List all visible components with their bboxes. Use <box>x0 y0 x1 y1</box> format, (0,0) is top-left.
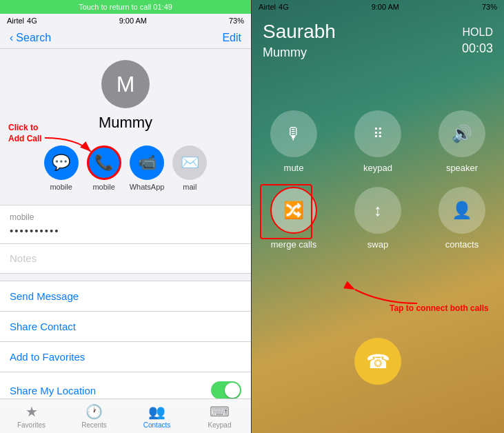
speaker-button[interactable]: 🔊 speaker <box>431 110 493 173</box>
call-buttons-grid: 🎙 mute ⠿ keypad 🔊 speaker 🔀 merge calls … <box>252 110 504 263</box>
notes-section[interactable]: Notes <box>0 244 251 274</box>
contacts-icon-right: 👤 <box>439 187 485 234</box>
merge-calls-label: merge calls <box>271 239 316 250</box>
swap-button[interactable]: ↕ swap <box>347 187 409 250</box>
mobile-number: •••••••••• <box>10 225 241 236</box>
contacts-label: Contacts <box>143 421 170 429</box>
send-message-item[interactable]: Send Message <box>0 281 251 312</box>
status-bar-left: Airtel 4G 9:00 AM 73% <box>0 14 251 28</box>
add-favorites-item[interactable]: Add to Favorites <box>0 342 251 372</box>
contacts-icon: 👥 <box>148 403 165 420</box>
call-btn-row-2: 🔀 merge calls ↕ swap 👤 contacts <box>263 187 493 250</box>
tab-recents[interactable]: 🕐 Recents <box>63 399 125 433</box>
add-favorites-label: Add to Favorites <box>10 351 85 363</box>
share-contact-label: Share Contact <box>10 321 76 332</box>
whatsapp-button[interactable]: 📹 WhatsApp <box>130 145 165 191</box>
favorites-icon: ★ <box>26 403 38 420</box>
tab-contacts[interactable]: 👥 Contacts <box>125 399 188 433</box>
hold-badge: HOLD 00:03 <box>462 26 493 56</box>
mute-button[interactable]: 🎙 mute <box>263 110 325 173</box>
tab-favorites[interactable]: ★ Favorites <box>0 399 63 433</box>
tap-annotation: Tap to connect both calls <box>390 303 489 313</box>
return-to-call-text: Touch to return to call 01:49 <box>79 3 172 11</box>
call-mobile-button[interactable]: 📞 mobile <box>87 145 121 191</box>
keypad-icon: ⌨ <box>210 403 230 420</box>
call-btn-row-1: 🎙 mute ⠿ keypad 🔊 speaker <box>263 110 493 173</box>
nav-bar-left: ‹ Search Edit <box>0 28 251 49</box>
action-buttons-row: 💬 mobile 📞 mobile 📹 WhatsApp ✉️ mail <box>0 139 251 198</box>
avatar: M <box>101 60 150 108</box>
time-left: 9:00 AM <box>119 17 147 25</box>
whatsapp-icon: 📹 <box>130 145 164 180</box>
favorites-label: Favorites <box>17 421 46 429</box>
end-call-button[interactable]: ☎ <box>354 338 401 385</box>
keypad-button[interactable]: ⠿ keypad <box>347 110 409 173</box>
share-location-toggle[interactable] <box>211 381 241 399</box>
mute-icon: 🎙 <box>270 110 317 157</box>
chevron-left-icon: ‹ <box>10 32 13 44</box>
call-sub-name: Mummy <box>263 46 493 60</box>
call-contact-name: Saurabh <box>263 21 493 43</box>
mobile-info-section: mobile •••••••••• <box>0 205 251 244</box>
edit-button[interactable]: Edit <box>222 32 241 44</box>
keypad-label: Keypad <box>208 421 232 429</box>
send-message-label: Send Message <box>10 290 79 302</box>
contact-header: M Mummy <box>0 49 251 139</box>
message-button[interactable]: 💬 mobile <box>44 145 79 191</box>
annotation-arrow-right <box>341 269 424 310</box>
right-phone: Airtel 4G 9:00 AM 73% HOLD 00:03 Saurabh… <box>252 0 504 433</box>
speaker-label: speaker <box>446 163 478 173</box>
call-mobile-label: mobile <box>92 183 114 191</box>
mail-label: mail <box>183 183 196 191</box>
battery-left: 73% <box>229 17 244 25</box>
return-to-call-bar[interactable]: Touch to return to call 01:49 <box>0 0 251 14</box>
contacts-button[interactable]: 👤 contacts <box>431 187 493 250</box>
carrier-left: Airtel <box>7 17 24 25</box>
mobile-info-label: mobile <box>10 212 241 222</box>
mail-icon: ✉️ <box>172 145 207 180</box>
carrier-right: Airtel <box>259 3 276 11</box>
menu-section: Send Message Share Contact Add to Favori… <box>0 281 251 408</box>
contacts-label-right: contacts <box>445 239 478 250</box>
tab-bar-left: ★ Favorites 🕐 Recents 👥 Contacts ⌨ Keypa… <box>0 399 251 433</box>
merge-calls-icon: 🔀 <box>270 187 317 234</box>
battery-right: 73% <box>482 3 497 11</box>
keypad-label-right: keypad <box>363 163 392 173</box>
share-location-label: Share My Location <box>10 385 96 396</box>
hold-timer: 00:03 <box>462 41 493 56</box>
message-label: mobile <box>50 183 72 191</box>
search-label: Search <box>16 32 51 44</box>
contact-name: Mummy <box>99 114 152 132</box>
mute-label: mute <box>284 163 304 173</box>
recents-icon: 🕐 <box>85 403 103 420</box>
network-right: 4G <box>279 3 289 11</box>
keypad-icon-right: ⠿ <box>354 110 401 157</box>
end-call-icon: ☎ <box>366 350 390 373</box>
network-left: 4G <box>27 17 37 25</box>
tab-keypad[interactable]: ⌨ Keypad <box>188 399 251 433</box>
message-icon: 💬 <box>44 145 79 180</box>
left-phone: Touch to return to call 01:49 Airtel 4G … <box>0 0 252 433</box>
share-contact-item[interactable]: Share Contact <box>0 312 251 342</box>
time-right: 9:00 AM <box>372 3 399 11</box>
call-icon: 📞 <box>87 145 121 180</box>
swap-label: swap <box>367 239 388 250</box>
back-button[interactable]: ‹ Search <box>10 32 51 44</box>
merge-calls-button[interactable]: 🔀 merge calls <box>263 187 325 250</box>
notes-placeholder: Notes <box>10 252 37 264</box>
swap-icon: ↕ <box>354 187 401 234</box>
recents-label: Recents <box>81 421 107 429</box>
whatsapp-label: WhatsApp <box>130 183 165 191</box>
hold-text: HOLD <box>462 26 493 39</box>
status-bar-right: Airtel 4G 9:00 AM 73% <box>252 0 504 14</box>
speaker-icon: 🔊 <box>439 110 485 157</box>
mail-button[interactable]: ✉️ mail <box>172 145 207 191</box>
